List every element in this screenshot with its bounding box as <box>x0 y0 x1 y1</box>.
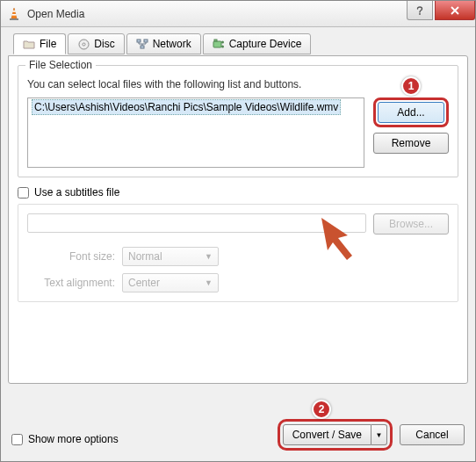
remove-button-label: Remove <box>392 137 431 149</box>
client-area: File Disc Network Capture Device File S <box>8 32 468 454</box>
svg-rect-9 <box>141 46 144 48</box>
svg-rect-2 <box>11 14 16 16</box>
convert-save-button[interactable]: Convert / Save ▼ <box>283 424 387 445</box>
close-button[interactable] <box>435 1 475 20</box>
svg-point-4 <box>419 13 421 15</box>
convert-save-label: Convert / Save <box>292 429 362 441</box>
text-align-combo: Center ▼ <box>122 273 219 292</box>
font-size-combo: Normal ▼ <box>122 247 219 266</box>
tab-control: File Disc Network Capture Device File S <box>8 32 468 384</box>
tab-file[interactable]: File <box>13 33 66 54</box>
svg-rect-3 <box>10 18 18 20</box>
annotation-badge-2: 2 <box>312 400 331 419</box>
chevron-down-icon: ▼ <box>205 278 213 287</box>
svg-marker-0 <box>11 8 17 18</box>
annotation-highlight-convert: Convert / Save ▼ <box>278 419 393 451</box>
file-list[interactable]: C:\Users\Ashish\Videos\Ranchi Pics\Sampl… <box>27 97 364 168</box>
cancel-button[interactable]: Cancel <box>400 424 465 445</box>
annotation-badge-1: 1 <box>401 76 421 96</box>
show-more-label: Show more options <box>28 433 119 445</box>
svg-rect-11 <box>214 40 217 41</box>
svg-rect-7 <box>137 40 141 42</box>
tab-bar: File Disc Network Capture Device <box>13 33 473 54</box>
tab-network-label: Network <box>153 38 191 50</box>
text-align-value: Center <box>128 277 160 289</box>
chevron-down-icon: ▼ <box>205 252 213 261</box>
window-controls <box>407 1 475 26</box>
tab-network[interactable]: Network <box>126 33 201 54</box>
tab-disc[interactable]: Disc <box>68 33 124 54</box>
browse-button: Browse... <box>373 213 449 235</box>
remove-button[interactable]: Remove <box>373 133 449 154</box>
file-selection-hint: You can select local files with the foll… <box>27 78 449 90</box>
show-more-row: Show more options <box>11 433 119 445</box>
tab-capture-label: Capture Device <box>229 38 302 50</box>
annotation-highlight-add: Add... <box>373 97 449 127</box>
svg-rect-1 <box>12 11 16 12</box>
network-icon <box>136 38 148 50</box>
file-selection-legend: File Selection <box>25 59 96 71</box>
capture-icon <box>213 38 225 50</box>
help-button[interactable] <box>407 1 433 20</box>
tab-panel-file: File Selection You can select local file… <box>8 55 468 384</box>
svg-rect-10 <box>213 41 221 47</box>
subtitles-group: Browse... Font size: Normal ▼ Text align… <box>18 204 458 302</box>
show-more-checkbox[interactable] <box>11 434 23 445</box>
file-list-item[interactable]: C:\Users\Ashish\Videos\Ranchi Pics\Sampl… <box>32 99 341 115</box>
text-align-label: Text alignment: <box>36 277 115 289</box>
open-media-dialog: Open Media File Disc <box>0 0 476 462</box>
subtitles-checkbox-label: Use a subtitles file <box>34 186 119 199</box>
file-selection-group: File Selection You can select local file… <box>18 65 458 177</box>
add-button[interactable]: Add... <box>378 102 444 123</box>
bottom-bar: Show more options Convert / Save ▼ Cance… <box>8 407 468 454</box>
subtitles-checkbox[interactable] <box>18 187 29 199</box>
browse-button-label: Browse... <box>389 218 433 230</box>
tab-file-label: File <box>40 38 56 50</box>
disc-icon <box>77 38 90 50</box>
vlc-icon <box>6 6 22 22</box>
cancel-button-label: Cancel <box>415 429 448 441</box>
convert-save-dropdown[interactable]: ▼ <box>371 424 387 445</box>
folder-icon <box>23 38 35 50</box>
subtitles-checkbox-row: Use a subtitles file <box>18 186 458 199</box>
font-size-label: Font size: <box>36 250 115 263</box>
svg-point-13 <box>221 46 224 48</box>
titlebar: Open Media <box>1 1 475 27</box>
subtitles-path-input <box>27 213 366 233</box>
window-title: Open Media <box>27 8 407 20</box>
svg-rect-8 <box>144 40 148 42</box>
add-button-label: Add... <box>397 106 424 119</box>
svg-point-6 <box>83 43 85 46</box>
tab-disc-label: Disc <box>94 38 114 50</box>
svg-point-12 <box>221 41 224 44</box>
font-size-value: Normal <box>128 250 162 263</box>
tab-capture[interactable]: Capture Device <box>203 33 312 54</box>
